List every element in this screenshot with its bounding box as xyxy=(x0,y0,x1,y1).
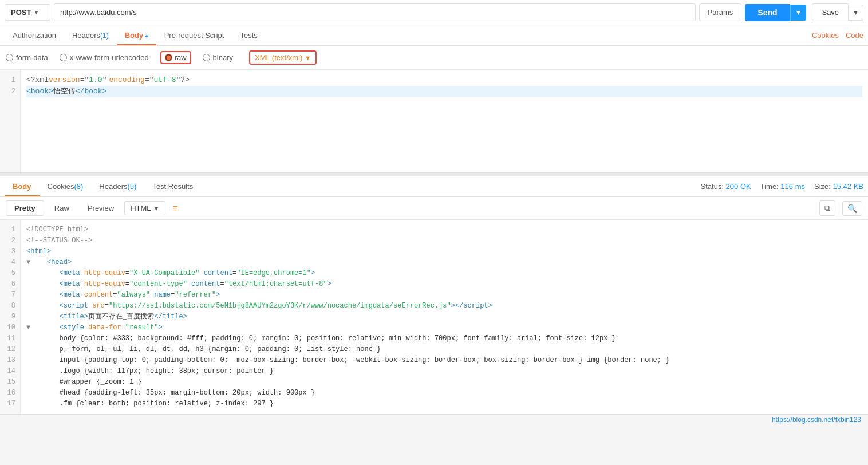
size-label: Size: 15.42 KB xyxy=(814,182,863,191)
preview-button[interactable]: Preview xyxy=(80,201,122,215)
status-url: https://blog.csdn.net/fxbin123 xyxy=(772,416,861,424)
cookies-link[interactable]: Cookies xyxy=(812,31,839,40)
resp-line-9: <title>页面不存在_百度搜索</title> xyxy=(26,312,862,322)
request-line-numbers: 1 2 xyxy=(0,70,21,172)
body-dot: ● xyxy=(145,33,148,39)
response-stats: Status: 200 OK Time: 116 ms Size: 15.42 … xyxy=(701,182,863,191)
raw-option-group: raw xyxy=(160,51,191,64)
send-dropdown-button[interactable]: ▼ xyxy=(790,5,807,21)
response-tabs-row: Body Cookies(8) Headers(5) Test Results … xyxy=(0,176,868,197)
send-group: Send ▼ xyxy=(745,4,806,21)
binary-option[interactable]: binary xyxy=(203,53,233,62)
urlencoded-option[interactable]: x-www-form-urlencoded xyxy=(60,53,149,62)
wrap-icon[interactable]: ≡ xyxy=(172,203,177,214)
save-dropdown-button[interactable]: ▼ xyxy=(849,5,863,21)
code-link[interactable]: Code xyxy=(846,31,863,40)
xml-chevron-icon: ▼ xyxy=(305,54,311,61)
type-select-group[interactable]: HTML ▼ xyxy=(124,201,165,215)
tab-authorization[interactable]: Authorization xyxy=(5,25,64,45)
pretty-button[interactable]: Pretty xyxy=(6,200,44,216)
resp-tab-headers[interactable]: Headers(5) xyxy=(91,176,144,196)
tabs-right: Cookies Code xyxy=(812,31,863,40)
request-bar: POST ▼ Params Send ▼ Save ▼ xyxy=(0,0,868,25)
resp-line-3: <html> xyxy=(26,246,862,257)
resp-line-10: ▼ <style data-for="result"> xyxy=(26,322,862,333)
save-group: Save ▼ xyxy=(812,3,863,21)
tab-tests[interactable]: Tests xyxy=(232,25,265,45)
response-line-numbers: 12345 678910 1112131415 1617 xyxy=(0,220,21,414)
code-line-1: <?xml version="1.0" encoding="utf-8" ?> xyxy=(26,74,862,86)
form-data-option[interactable]: form-data xyxy=(6,53,48,62)
resp-line-4: ▼ <head> xyxy=(26,257,862,268)
resp-line-1: <!DOCTYPE html> xyxy=(26,224,862,235)
method-select[interactable]: POST ▼ xyxy=(5,4,50,21)
resp-line-2: <!--STATUS OK--> xyxy=(26,235,862,246)
resp-tab-body[interactable]: Body xyxy=(5,176,40,196)
search-button[interactable]: 🔍 xyxy=(842,201,862,216)
method-chevron-icon: ▼ xyxy=(33,9,39,15)
resp-line-11: body {color: #333; background: #fff; pad… xyxy=(26,333,862,344)
save-button[interactable]: Save xyxy=(812,3,849,21)
response-code-content: <!DOCTYPE html> <!--STATUS OK--> <html> … xyxy=(21,220,868,414)
status-label: Status: 200 OK xyxy=(701,182,751,191)
resp-line-5: <meta http-equiv="X-UA-Compatible" conte… xyxy=(26,268,862,279)
request-code-content: <?xml version="1.0" encoding="utf-8" ?> … xyxy=(21,70,868,172)
url-input[interactable] xyxy=(54,3,696,21)
resp-line-16: #head {padding-left: 35px; margin-bottom… xyxy=(26,388,862,399)
tab-headers[interactable]: Headers(1) xyxy=(64,25,117,45)
time-label: Time: 116 ms xyxy=(760,182,805,191)
resp-line-14: .logo {width: 117px; height: 38px; curso… xyxy=(26,366,862,377)
resp-line-13: input {padding-top: 0; padding-bottom: 0… xyxy=(26,355,862,366)
raw-button[interactable]: Raw xyxy=(46,201,77,215)
tab-pre-request-script[interactable]: Pre-request Script xyxy=(156,25,232,45)
body-options: form-data x-www-form-urlencoded raw bina… xyxy=(0,46,868,70)
type-chevron-icon: ▼ xyxy=(153,205,160,212)
request-tabs-row: Authorization Headers(1) Body● Pre-reque… xyxy=(0,25,868,46)
resp-icons: ⧉ 🔍 xyxy=(819,200,862,216)
send-button[interactable]: Send xyxy=(745,4,790,21)
resp-tab-cookies[interactable]: Cookies(8) xyxy=(40,176,92,196)
resp-line-12: p, form, ol, ul, li, dl, dt, dd, h3 {mar… xyxy=(26,344,862,355)
response-format-row: Pretty Raw Preview HTML ▼ ≡ ⧉ 🔍 xyxy=(0,197,868,220)
resp-line-7: <meta content="always" name="referrer"> xyxy=(26,290,862,301)
resp-line-15: #wrapper {_zoom: 1 } xyxy=(26,377,862,388)
resp-tab-test-results[interactable]: Test Results xyxy=(144,176,201,196)
code-line-2: <book>悟空传</book> xyxy=(26,86,862,97)
request-code-editor[interactable]: 1 2 <?xml version="1.0" encoding="utf-8"… xyxy=(0,70,868,173)
xml-type-select[interactable]: XML (text/xml) ▼ xyxy=(249,50,317,65)
copy-button[interactable]: ⧉ xyxy=(819,200,835,216)
raw-radio-label[interactable]: raw xyxy=(165,53,187,62)
params-button[interactable]: Params xyxy=(699,3,742,21)
resp-line-17: .fm {clear: both; position: relative; z-… xyxy=(26,399,862,409)
resp-line-8: <script src="https://ss1.bdstatic.com/5e… xyxy=(26,301,862,312)
response-code-area[interactable]: 12345 678910 1112131415 1617 <!DOCTYPE h… xyxy=(0,220,868,414)
method-label: POST xyxy=(11,8,31,17)
resp-line-6: <meta http-equiv="content-type" content=… xyxy=(26,279,862,290)
tab-body[interactable]: Body● xyxy=(117,25,156,45)
status-bar: https://blog.csdn.net/fxbin123 xyxy=(0,414,868,425)
response-section: Body Cookies(8) Headers(5) Test Results … xyxy=(0,176,868,414)
